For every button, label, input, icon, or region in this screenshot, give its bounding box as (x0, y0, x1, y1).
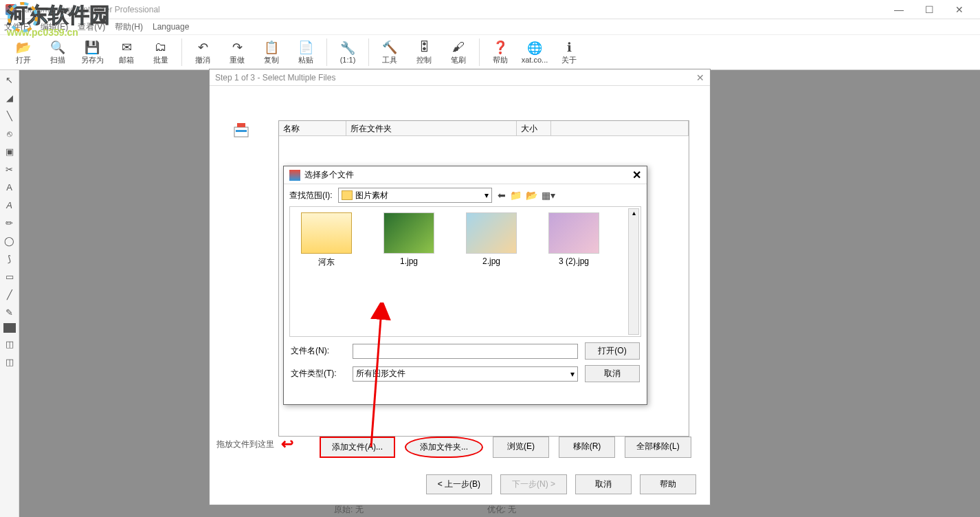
tool-text[interactable]: A (3, 180, 16, 194)
filename-input[interactable] (353, 344, 578, 359)
nav-new-folder-icon[interactable]: 📂 (526, 190, 537, 201)
toolbar-复制[interactable]: 📋复制 (255, 36, 288, 69)
tool-ruler[interactable]: ╲ (3, 109, 16, 122)
tool-circle-tool[interactable]: ◯ (3, 234, 16, 248)
toolbar-label: 邮箱 (119, 55, 134, 65)
maximize-button[interactable]: ☐ (914, 0, 944, 19)
toolbar-xat.co...[interactable]: 🌐xat.co... (518, 36, 551, 69)
next-step-button[interactable]: 下一步(N) > (500, 474, 567, 494)
toolbar-帮助[interactable]: ❓帮助 (484, 36, 517, 69)
cancel-browser-button[interactable]: 取消 (585, 365, 640, 382)
另存为-icon: 💾 (85, 40, 100, 55)
撤消-icon: ↶ (195, 40, 210, 55)
menu-view[interactable]: 查看(V) (78, 21, 105, 33)
toolbar-工具[interactable]: 🔨工具 (373, 36, 406, 69)
col-size[interactable]: 大小 (517, 121, 551, 135)
file-browser-list[interactable]: 河东1.jpg2.jpg3 (2).jpg▴ (289, 206, 641, 337)
filetype-label: 文件类型(T): (291, 368, 346, 380)
menu-edit[interactable]: 编辑(E) (41, 21, 68, 33)
minimize-button[interactable]: — (884, 0, 914, 19)
add-file-button[interactable]: 添加文件(A)... (320, 437, 395, 458)
close-button[interactable]: ✕ (944, 0, 975, 19)
tool-pointer[interactable]: ↖ (3, 73, 16, 87)
tool-crop[interactable]: ✂ (3, 162, 16, 176)
scrollbar[interactable]: ▴ (628, 208, 639, 335)
toolbar-扫描[interactable]: 🔍扫描 (41, 36, 74, 69)
工具-icon: 🔨 (382, 40, 397, 55)
status-original: 原始: 无 (334, 504, 364, 516)
file-item[interactable]: 2.jpg (460, 212, 522, 331)
menu-language[interactable]: Language (153, 22, 189, 32)
remove-all-button[interactable]: 全部移除(L) (625, 437, 691, 458)
tool-rect[interactable]: ▭ (3, 270, 16, 283)
toolbar-(1:1)[interactable]: 🔧(1:1) (331, 36, 364, 69)
filename-label: 文件名(N): (291, 345, 346, 357)
toolbar-label: 批量 (153, 55, 168, 65)
step-icon (230, 120, 252, 142)
关于-icon: ℹ (561, 40, 577, 55)
file-browser-dialog: 选择多个文件 ✕ 查找范围(I): 图片素材 ▾ ⬅ 📁 📂 ▦▾ 河东1.jp… (283, 166, 647, 405)
扫描-icon: 🔍 (50, 40, 65, 55)
step-dialog-close[interactable]: ✕ (696, 72, 704, 83)
nav-back-icon[interactable]: ⬅ (498, 190, 506, 201)
tool-arc[interactable]: ⟆ (3, 252, 16, 265)
tool-italic[interactable]: A (3, 198, 16, 212)
browser-title: 选择多个文件 (304, 169, 354, 181)
toolbar-label: 笔刷 (451, 55, 466, 65)
add-folder-button[interactable]: 添加文件夹... (405, 437, 483, 458)
main-toolbar: 📂打开🔍扫描💾另存为✉邮箱🗂批量↶撤消↷重做📋复制📄粘贴🔧(1:1)🔨工具🎛控制… (0, 34, 980, 70)
toolbar-label: 撤消 (195, 55, 210, 65)
nav-up-icon[interactable]: 📁 (510, 190, 522, 201)
tool-line[interactable]: ╱ (3, 287, 16, 301)
menu-help[interactable]: 帮助(H) (115, 21, 143, 33)
tool-color[interactable] (3, 323, 16, 333)
col-spacer (551, 121, 689, 135)
col-name[interactable]: 名称 (279, 121, 346, 135)
chevron-down-icon: ▾ (570, 369, 575, 379)
help-step-button[interactable]: 帮助 (640, 474, 696, 494)
file-item[interactable]: 河东 (296, 212, 357, 331)
tool-triangle[interactable]: ◢ (3, 91, 16, 104)
控制-icon: 🎛 (416, 40, 432, 55)
tool-image[interactable]: ▣ (3, 144, 16, 158)
prev-step-button[interactable]: < 上一步(B) (426, 474, 492, 494)
toolbar-打开[interactable]: 📂打开 (7, 36, 40, 69)
xat.co...-icon: 🌐 (527, 41, 542, 56)
toolbar-撤消[interactable]: ↶撤消 (186, 36, 219, 69)
toolbar-关于[interactable]: ℹ关于 (553, 36, 586, 69)
filetype-value: 所有图形文件 (356, 368, 570, 380)
toolbar-label: xat.co... (522, 56, 548, 64)
toolbar-粘贴[interactable]: 📄粘贴 (289, 36, 322, 69)
cancel-step-button[interactable]: 取消 (575, 474, 632, 494)
toolbar-label: 关于 (561, 55, 577, 65)
toolbar-笔刷[interactable]: 🖌笔刷 (442, 36, 475, 69)
open-button[interactable]: 打开(O) (585, 342, 640, 360)
filetype-combo[interactable]: 所有图形文件 ▾ (353, 366, 578, 382)
file-item[interactable]: 3 (2).jpg (543, 212, 605, 331)
邮箱-icon: ✉ (119, 40, 134, 55)
nav-view-icon[interactable]: ▦▾ (542, 190, 555, 201)
toolbar-控制[interactable]: 🎛控制 (408, 36, 441, 69)
browse-button[interactable]: 浏览(E) (493, 437, 549, 458)
tool-swatch1[interactable]: ◫ (3, 337, 16, 351)
tool-pen[interactable]: ✎ (3, 305, 16, 319)
folder-thumb (301, 212, 352, 254)
toolbar-重做[interactable]: ↷重做 (221, 36, 254, 69)
toolbar-另存为[interactable]: 💾另存为 (76, 36, 109, 69)
toolbar-label: 控制 (416, 55, 432, 65)
col-folder[interactable]: 所在文件夹 (346, 121, 517, 135)
file-name: 1.jpg (400, 256, 418, 266)
tool-eyedropper[interactable]: ⎋ (3, 126, 16, 140)
menu-file[interactable]: 文件(F) (4, 21, 31, 33)
toolbar-批量[interactable]: 🗂批量 (144, 36, 177, 69)
file-name: 2.jpg (482, 256, 500, 266)
toolbar-label: 扫描 (50, 55, 65, 65)
tool-brush[interactable]: ✏ (3, 216, 16, 230)
remove-button[interactable]: 移除(R) (559, 437, 615, 458)
app-icon (5, 4, 16, 15)
browser-close-button[interactable]: ✕ (632, 168, 641, 182)
toolbar-邮箱[interactable]: ✉邮箱 (110, 36, 143, 69)
file-item[interactable]: 1.jpg (378, 212, 440, 331)
look-in-combo[interactable]: 图片素材 ▾ (338, 188, 492, 203)
tool-swatch2[interactable]: ◫ (3, 355, 16, 368)
